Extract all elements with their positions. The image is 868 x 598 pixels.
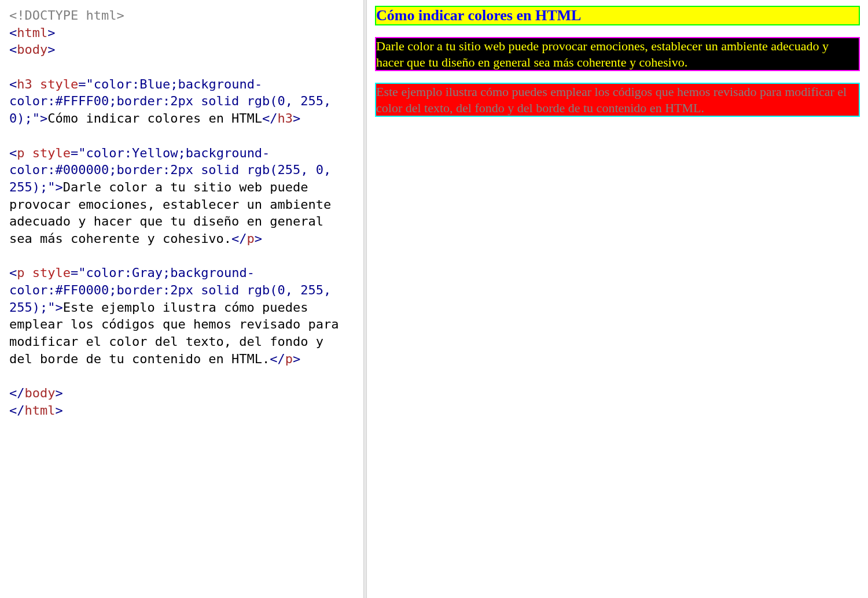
angle: > <box>40 111 47 125</box>
preview-paragraph-1: Darle color a tu sitio web puede provoca… <box>375 37 860 71</box>
equals: = <box>78 77 86 91</box>
angle: < <box>9 25 17 40</box>
code-h3-tag: h3 <box>17 77 32 91</box>
angle: </ <box>9 386 25 400</box>
angle: > <box>255 231 262 246</box>
code-html-close: html <box>25 403 56 418</box>
source-code-pane: <!DOCTYPE html> <html> <body> <h3 style=… <box>0 0 363 598</box>
code-p2-close: p <box>285 352 293 366</box>
angle: > <box>55 403 62 418</box>
equals: = <box>71 146 78 160</box>
angle: > <box>47 42 55 57</box>
angle: < <box>9 146 17 160</box>
code-p1-tag: p <box>17 146 24 160</box>
code-body-close: body <box>25 386 56 400</box>
code-style-attr: style <box>32 146 71 160</box>
angle: </ <box>231 231 247 246</box>
angle: < <box>9 265 17 280</box>
preview-pane: Cómo indicar colores en HTML Darle color… <box>367 0 868 598</box>
code-body-open: body <box>17 42 47 57</box>
angle: < <box>9 77 17 91</box>
angle: > <box>293 111 300 125</box>
angle: < <box>9 42 17 57</box>
angle: > <box>55 180 62 194</box>
angle: > <box>293 352 300 366</box>
code-html-open: html <box>17 25 47 40</box>
code-style-attr: style <box>40 77 78 91</box>
angle: </ <box>262 111 278 125</box>
preview-paragraph-2: Este ejemplo ilustra cómo puedes emplear… <box>375 83 860 117</box>
code-p2-tag: p <box>17 265 24 280</box>
angle: </ <box>9 403 25 418</box>
code-style-attr: style <box>32 265 71 280</box>
angle: > <box>55 300 62 315</box>
code-h3-close: h3 <box>278 111 293 125</box>
code-h3-text: Cómo indicar colores en HTML <box>47 111 262 125</box>
angle: </ <box>270 352 285 366</box>
angle: > <box>47 25 55 40</box>
code-p1-close: p <box>247 231 255 246</box>
code-doctype: <!DOCTYPE html> <box>9 8 124 23</box>
angle: > <box>55 386 62 400</box>
preview-heading: Cómo indicar colores en HTML <box>375 6 860 25</box>
equals: = <box>71 265 78 280</box>
